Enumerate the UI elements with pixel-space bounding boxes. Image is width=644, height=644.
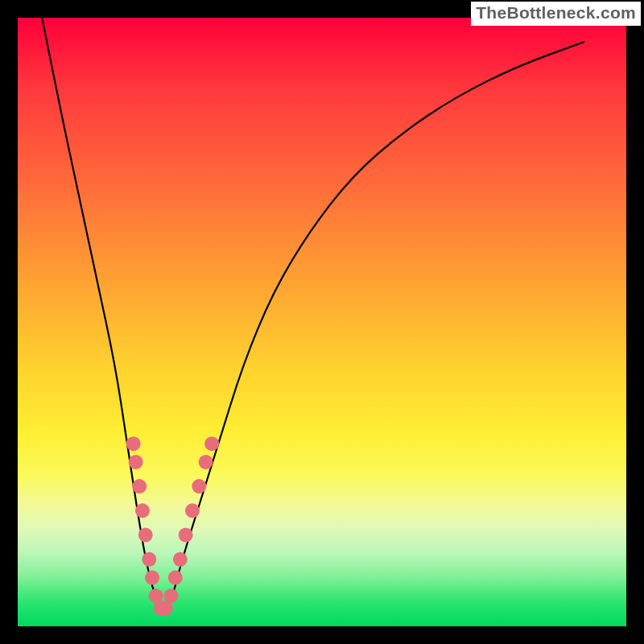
curve-marker <box>199 455 213 469</box>
curve-marker <box>142 552 156 567</box>
bottleneck-curve <box>42 18 584 609</box>
curve-marker <box>129 455 143 469</box>
curve-marker <box>185 503 200 518</box>
curve-marker <box>179 528 193 543</box>
curve-marker <box>135 503 150 518</box>
curve-marker <box>145 571 159 585</box>
curve-marker <box>192 479 206 493</box>
curve-marker <box>168 571 183 585</box>
watermark-text: TheBottleneck.com <box>471 2 641 26</box>
chart-frame: TheBottleneck.com <box>0 0 644 644</box>
curve-marker <box>164 588 179 603</box>
curve-marker <box>126 436 141 451</box>
chart-svg <box>18 18 626 626</box>
curve-marker <box>132 479 147 493</box>
curve-marker <box>138 528 153 543</box>
curve-marker <box>204 436 219 451</box>
curve-marker <box>173 552 188 567</box>
